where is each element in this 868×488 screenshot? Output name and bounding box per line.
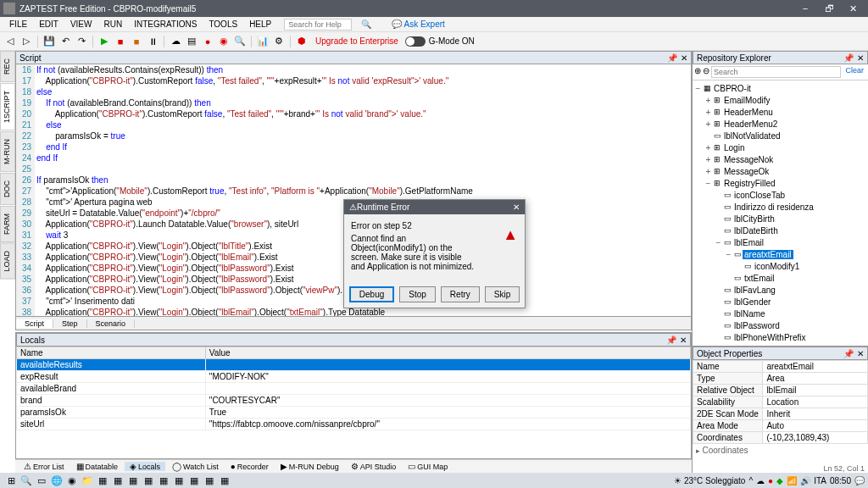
- debug-button[interactable]: Debug: [349, 286, 394, 302]
- play-icon[interactable]: ▶: [97, 35, 111, 48]
- panel-close-icon[interactable]: ✕: [681, 53, 687, 63]
- skip-button[interactable]: Skip: [485, 286, 520, 302]
- pin-icon[interactable]: 📌: [843, 53, 854, 63]
- explorer-icon[interactable]: 📁: [80, 473, 95, 488]
- tree-node[interactable]: ▭lblDateBirth: [694, 225, 866, 236]
- tree-twisty-icon[interactable]: +: [704, 108, 712, 117]
- tree-twisty-icon[interactable]: +: [704, 155, 712, 164]
- tree-node[interactable]: ▭Indirizzo di residenza: [694, 201, 866, 213]
- tree-twisty-icon[interactable]: −: [694, 84, 702, 93]
- volume-icon[interactable]: 🔊: [800, 476, 810, 485]
- help-search-input[interactable]: [284, 19, 352, 30]
- app8-icon[interactable]: ▦: [202, 473, 217, 488]
- redo-icon[interactable]: ↷: [75, 35, 88, 48]
- notifications-icon[interactable]: 💬: [854, 476, 865, 485]
- code-tab-scenario[interactable]: Scenario: [87, 319, 136, 328]
- tab-load[interactable]: LOAD: [0, 243, 15, 280]
- app9-icon[interactable]: ▦: [217, 473, 232, 488]
- tree-twisty-icon[interactable]: −: [715, 238, 722, 247]
- panel-close-icon[interactable]: ✕: [857, 349, 864, 358]
- tree-node[interactable]: ▭iconCloseTab: [694, 189, 866, 201]
- tree-twisty-icon[interactable]: +: [704, 143, 712, 152]
- tree-node[interactable]: +⊞EmailModify: [694, 94, 866, 106]
- pause-icon[interactable]: ⏸: [146, 35, 159, 48]
- windows-taskbar[interactable]: ⊞ 🔍 ▭ 🌐 ◉ 📁 ▦ ▦ ▦ ▦ ▦ ▦ ▦ ▦ ▦ ☀ 23°C Sol…: [0, 473, 868, 488]
- restore-button[interactable]: 🗗: [817, 3, 841, 14]
- tree-node[interactable]: ▭lblPassword: [694, 319, 866, 331]
- gmode-toggle[interactable]: G-Mode ON: [405, 36, 475, 47]
- locals-row[interactable]: paramsIsOkTrue: [17, 407, 691, 419]
- tree-node[interactable]: ▭lblName: [694, 308, 866, 319]
- repo-clear-link[interactable]: Clear: [843, 66, 866, 78]
- tree-node[interactable]: ▭lblPhoneWithPrefix: [694, 331, 866, 343]
- tree-node[interactable]: ▭txtEmail: [694, 272, 866, 284]
- clock[interactable]: 08:50: [830, 476, 851, 485]
- app5-icon[interactable]: ▦: [156, 473, 171, 488]
- dialog-titlebar[interactable]: ⚠ Runtime Error ✕: [344, 200, 525, 214]
- save-icon[interactable]: 💾: [42, 35, 56, 48]
- bottom-tab[interactable]: ▭GUI Map: [403, 462, 453, 471]
- tree-node[interactable]: −▭areatxtEmail: [694, 248, 866, 260]
- edge-icon[interactable]: 🌐: [49, 473, 64, 488]
- cloud-icon[interactable]: ☁: [169, 35, 182, 48]
- pin-icon[interactable]: 📌: [843, 349, 854, 358]
- code-tab-step[interactable]: Step: [53, 319, 87, 328]
- tree-node[interactable]: +⊞Login: [694, 141, 866, 153]
- tree-twisty-icon[interactable]: −: [704, 179, 712, 188]
- bottom-tab[interactable]: ◈Locals: [125, 462, 165, 471]
- wifi-icon[interactable]: 📶: [787, 476, 797, 485]
- retry-button[interactable]: Retry: [441, 286, 480, 302]
- tree-twisty-icon[interactable]: +: [704, 167, 712, 176]
- bottom-tab[interactable]: ⚠Error List: [19, 462, 70, 471]
- tree-node[interactable]: ▭iconModify1: [694, 260, 866, 272]
- menu-edit[interactable]: EDIT: [33, 19, 64, 29]
- tree-twisty-icon[interactable]: +: [704, 96, 712, 105]
- menu-tools[interactable]: TOOLS: [203, 19, 243, 29]
- bottom-tab[interactable]: ◯Watch List: [167, 462, 224, 471]
- tab-mrun[interactable]: M-RUN: [0, 131, 15, 172]
- app7-icon[interactable]: ▦: [186, 473, 202, 488]
- menu-view[interactable]: VIEW: [64, 19, 98, 29]
- app3-icon[interactable]: ▦: [125, 473, 141, 488]
- app2-icon[interactable]: ▦: [110, 473, 125, 488]
- repo-search-input[interactable]: [711, 66, 841, 78]
- taskview-icon[interactable]: ▭: [34, 473, 49, 488]
- gear-icon[interactable]: ⚙: [272, 35, 286, 48]
- locals-row[interactable]: expResult"MODIFY-NOK": [17, 371, 691, 383]
- tree-node[interactable]: +⊞HeaderMenu: [694, 106, 866, 118]
- tray-chevron-icon[interactable]: ^: [748, 476, 753, 485]
- tab-rec[interactable]: REC: [0, 51, 15, 82]
- tree-node[interactable]: ▭lblRule1: [694, 343, 866, 344]
- app1-icon[interactable]: ▦: [95, 473, 110, 488]
- prop-row[interactable]: Coordinates(-10,23,1089,43): [693, 432, 868, 444]
- dialog-close-icon[interactable]: ✕: [513, 202, 520, 212]
- record-icon[interactable]: ●: [201, 35, 214, 48]
- tree-node[interactable]: −▦CBPRO-it: [694, 82, 866, 94]
- stop-icon[interactable]: ■: [114, 35, 127, 48]
- bottom-tab[interactable]: ●Recorder: [225, 462, 274, 471]
- tray-icon[interactable]: ●: [768, 476, 773, 485]
- menu-file[interactable]: FILE: [3, 19, 33, 29]
- weather-widget[interactable]: ☀ 23°C Soleggiato: [674, 476, 745, 485]
- chrome-icon[interactable]: ◉: [64, 473, 80, 488]
- locals-row[interactable]: availableBrand: [17, 383, 691, 395]
- search-icon[interactable]: 🔍: [19, 473, 34, 488]
- pin-icon[interactable]: 📌: [667, 53, 677, 63]
- tree-twisty-icon[interactable]: −: [725, 250, 732, 259]
- tree-node[interactable]: −▭lblEmail: [694, 236, 866, 248]
- prop-row[interactable]: ScalabilityLocation: [693, 396, 868, 408]
- tree-node[interactable]: ▭lblGender: [694, 296, 866, 308]
- panel-close-icon[interactable]: ✕: [680, 336, 687, 345]
- menu-integrations[interactable]: INTEGRATIONS: [128, 19, 203, 29]
- col-value[interactable]: Value: [205, 347, 690, 359]
- prop-row[interactable]: Area ModeAuto: [693, 420, 868, 432]
- tree-node[interactable]: ▭lblCityBirth: [694, 213, 866, 225]
- bottom-tab[interactable]: ▦Datatable: [71, 462, 124, 471]
- tab-doc[interactable]: DOC: [0, 173, 15, 205]
- tab-farm[interactable]: FARM: [0, 206, 15, 242]
- scan-icon[interactable]: ▤: [185, 35, 198, 48]
- prop-row[interactable]: NameareatxtEmail: [693, 361, 868, 373]
- tray-icon[interactable]: ◆: [776, 476, 783, 485]
- tree-node[interactable]: −⊞RegistryFilled: [694, 177, 866, 189]
- lang-indicator[interactable]: ITA: [814, 476, 826, 485]
